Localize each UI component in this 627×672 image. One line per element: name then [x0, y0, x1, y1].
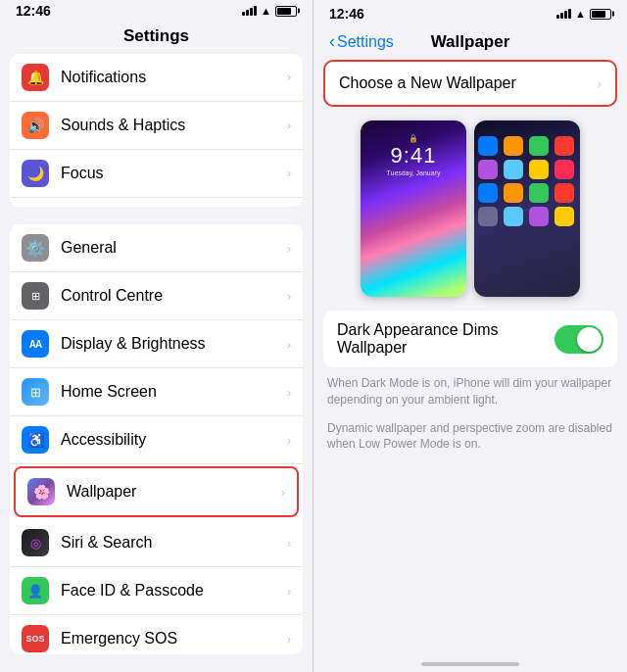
sidebar-item-display[interactable]: AA Display & Brightness › [10, 320, 303, 368]
app-dot [555, 207, 574, 226]
sidebar-item-notifications[interactable]: 🔔 Notifications › [10, 54, 303, 102]
battery-icon-right [590, 9, 611, 20]
sidebar-item-sos[interactable]: SOS Emergency SOS › [10, 615, 303, 654]
chevron-icon: › [287, 433, 291, 448]
sidebar-item-general[interactable]: ⚙️ General › [10, 224, 303, 272]
sidebar-item-control[interactable]: ⊞ Control Centre › [10, 272, 303, 320]
app-dot [555, 136, 574, 156]
lock-icon: 🔒 [409, 134, 418, 143]
sos-icon: SOS [22, 625, 49, 652]
sidebar-item-accessibility[interactable]: ♿ Accessibility › [10, 416, 303, 464]
wallpaper-label: Wallpaper [67, 483, 281, 501]
focus-icon: 🌙 [22, 160, 49, 187]
dark-appearance-toggle[interactable] [555, 325, 603, 354]
chevron-icon: › [287, 337, 291, 352]
app-dot [504, 183, 523, 203]
back-button[interactable]: ‹ Settings [329, 31, 394, 52]
signal-icon-right [556, 9, 571, 19]
chevron-icon: › [281, 485, 285, 500]
dark-appearance-label: Dark Appearance Dims Wallpaper [337, 321, 555, 357]
choose-wallpaper-row[interactable]: Choose a New Wallpaper › [323, 60, 617, 107]
homescreen-icon: ⊞ [22, 378, 49, 406]
app-dot [504, 160, 523, 179]
page-title-right: Wallpaper [431, 32, 510, 52]
choose-wallpaper-label: Choose a New Wallpaper [339, 74, 598, 92]
wallpaper-icon: 🌸 [27, 478, 55, 505]
sidebar-item-faceid[interactable]: 👤 Face ID & Passcode › [10, 567, 303, 615]
battery-icon [275, 6, 297, 17]
sounds-icon: 🔊 [22, 112, 49, 139]
lockscreen-bg: 🔒 9:41 Tuesday, January [361, 120, 466, 297]
app-dot [504, 207, 523, 226]
notifications-icon: 🔔 [22, 64, 49, 91]
faceid-icon: 👤 [22, 577, 49, 604]
app-dot [478, 136, 498, 156]
homescreen-bg [474, 120, 580, 297]
wifi-icon: ▲ [261, 5, 271, 17]
app-dot [555, 160, 574, 179]
app-dot [478, 160, 498, 179]
chevron-icon: › [287, 241, 291, 256]
chevron-icon: › [287, 584, 291, 599]
app-dot [529, 207, 549, 226]
sidebar-item-homescreen[interactable]: ⊞ Home Screen › [10, 368, 303, 416]
chevron-icon-wallpaper: › [598, 76, 602, 91]
siri-label: Siri & Search [61, 534, 287, 552]
sidebar-item-screentime[interactable]: ⏱ Screen Time › [10, 198, 303, 208]
lockscreen-date: Tuesday, January [387, 169, 441, 176]
chevron-icon: › [287, 118, 291, 132]
sidebar-item-sounds[interactable]: 🔊 Sounds & Haptics › [10, 102, 303, 150]
lockscreen-time: 9:41 [391, 143, 437, 168]
right-header: ‹ Settings Wallpaper [314, 27, 627, 60]
chevron-icon: › [287, 70, 291, 84]
status-icons-left: ▲ [242, 5, 297, 17]
dark-appearance-row: Dark Appearance Dims Wallpaper [323, 311, 617, 367]
app-dot [478, 207, 498, 226]
status-bar-left: 12:46 ▲ [0, 0, 313, 23]
sidebar-item-focus[interactable]: 🌙 Focus › [10, 150, 303, 198]
status-time-left: 12:46 [16, 3, 51, 19]
homescreen-preview [474, 120, 580, 297]
wallpaper-preview: 🔒 9:41 Tuesday, January [323, 120, 617, 297]
settings-group-2: ⚙️ General › ⊞ Control Centre › AA Displ… [10, 224, 303, 654]
page-title-left: Settings [0, 23, 313, 54]
toggle-thumb [577, 327, 602, 352]
accessibility-label: Accessibility [61, 431, 287, 449]
wallpaper-panel: 12:46 ▲ ‹ Settings Wallpaper Choose a Ne… [314, 0, 627, 672]
control-label: Control Centre [61, 287, 287, 305]
app-dot [504, 136, 523, 156]
display-label: Display & Brightness [61, 335, 287, 353]
info-text-2: Dynamic wallpaper and perspective zoom a… [327, 420, 613, 454]
settings-group-1: 🔔 Notifications › 🔊 Sounds & Haptics › 🌙… [10, 54, 303, 208]
chevron-icon: › [287, 632, 291, 647]
signal-icon [242, 6, 257, 16]
sidebar-item-siri[interactable]: ◎ Siri & Search › [10, 519, 303, 567]
focus-label: Focus [61, 165, 287, 182]
home-indicator [421, 662, 519, 666]
status-time-right: 12:46 [329, 6, 364, 22]
faceid-label: Face ID & Passcode [61, 582, 287, 600]
back-label: Settings [337, 33, 394, 51]
homescreen-label: Home Screen [61, 383, 287, 401]
general-label: General [61, 239, 287, 257]
accessibility-icon: ♿ [22, 426, 49, 454]
app-dot [529, 160, 549, 179]
sos-label: Emergency SOS [61, 630, 287, 648]
info-text-1: When Dark Mode is on, iPhone will dim yo… [327, 375, 613, 408]
settings-panel: 12:46 ▲ Settings 🔔 Notifications › 🔊 Sou… [0, 0, 314, 672]
general-icon: ⚙️ [22, 234, 49, 262]
chevron-icon: › [287, 385, 291, 400]
notifications-label: Notifications [61, 69, 287, 86]
sidebar-item-wallpaper[interactable]: 🌸 Wallpaper › [14, 466, 299, 517]
control-icon: ⊞ [22, 282, 49, 310]
display-icon: AA [22, 330, 49, 358]
sounds-label: Sounds & Haptics [61, 117, 287, 134]
siri-icon: ◎ [22, 529, 49, 556]
lockscreen-preview: 🔒 9:41 Tuesday, January [361, 120, 466, 297]
app-dot [555, 183, 574, 203]
wifi-icon-right: ▲ [575, 8, 586, 20]
app-dot [478, 183, 498, 203]
app-dot [529, 136, 549, 156]
back-chevron-icon: ‹ [329, 31, 335, 52]
chevron-icon: › [287, 166, 291, 180]
